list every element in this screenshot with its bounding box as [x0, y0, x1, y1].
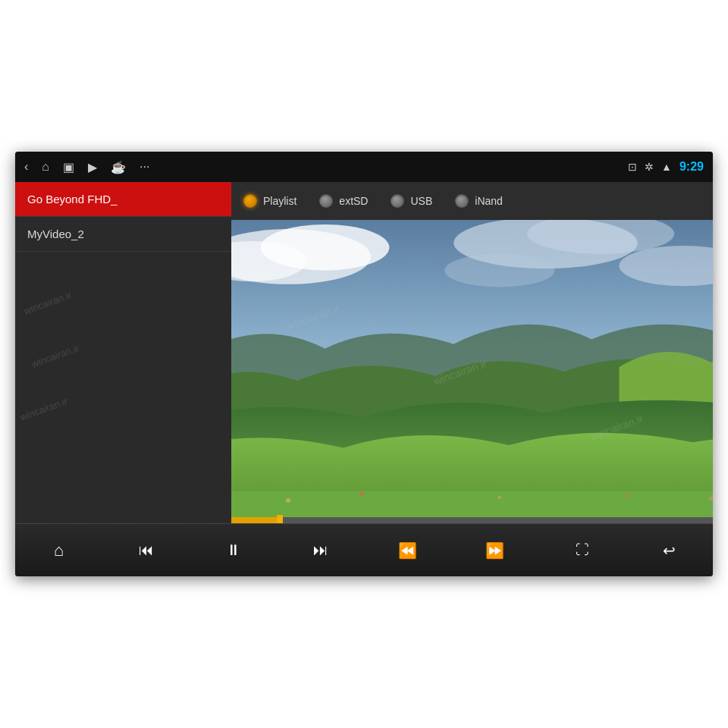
clock: 9:29 — [679, 160, 704, 174]
svg-point-7 — [444, 254, 554, 287]
label-extSD: extSD — [339, 195, 368, 207]
playlist-panel: Go Beyond FHD_ MyVideo_2 wincairan.ir wi… — [15, 182, 231, 523]
camera-nav-icon[interactable]: ▶ — [88, 160, 97, 174]
right-panel: Playlist extSD USB iNand — [231, 182, 713, 523]
video-scene: wincairan.ir wincairan.ir wincairan.ir — [231, 220, 713, 523]
rewind-icon: ⏪ — [398, 541, 417, 560]
home-nav-icon[interactable]: ⌂ — [42, 160, 49, 174]
dot-iNand — [455, 194, 469, 208]
main-content: Go Beyond FHD_ MyVideo_2 wincairan.ir wi… — [15, 182, 713, 523]
recents-nav-icon[interactable]: ▣ — [63, 160, 74, 174]
back-button[interactable]: ↩ — [639, 528, 700, 573]
playlist-item-0[interactable]: Go Beyond FHD_ — [15, 182, 231, 217]
cast-icon: ⊡ — [628, 161, 637, 173]
source-tabs: Playlist extSD USB iNand — [231, 182, 713, 220]
svg-point-12 — [497, 496, 501, 500]
wifi-icon: ▲ — [661, 161, 672, 173]
next-icon: ⏭ — [313, 541, 328, 559]
label-playlist: Playlist — [263, 195, 297, 207]
label-USB: USB — [410, 195, 432, 207]
playlist-item-1[interactable]: MyVideo_2 — [15, 217, 231, 252]
fastfwd-icon: ⏩ — [485, 541, 504, 560]
svg-point-10 — [286, 498, 290, 503]
device-frame: ‹ ⌂ ▣ ▶ ☕ ··· ⊡ ✲ ▲ 9:29 Go Beyond FHD_ — [0, 0, 728, 728]
bag-nav-icon[interactable]: ☕ — [111, 160, 126, 174]
tab-iNand[interactable]: iNand — [455, 194, 503, 208]
tab-USB[interactable]: USB — [391, 194, 432, 208]
dot-extSD — [319, 194, 333, 208]
prev-icon: ⏮ — [139, 541, 154, 559]
watermark-2: wincairan.ir — [30, 342, 80, 370]
nav-icons: ‹ ⌂ ▣ ▶ ☕ ··· — [24, 160, 149, 174]
dot-playlist — [243, 194, 257, 208]
back-icon: ↩ — [663, 541, 676, 560]
dot-USB — [391, 194, 404, 208]
status-bar: ‹ ⌂ ▣ ▶ ☕ ··· ⊡ ✲ ▲ 9:29 — [15, 152, 713, 182]
watermark-1: wincairan.ir — [22, 289, 73, 317]
back-nav-icon[interactable]: ‹ — [24, 160, 28, 174]
next-button[interactable]: ⏭ — [290, 528, 351, 573]
tab-playlist[interactable]: Playlist — [243, 194, 297, 208]
more-nav-icon: ··· — [140, 160, 149, 174]
svg-point-13 — [626, 493, 631, 498]
fastfwd-button[interactable]: ⏩ — [465, 528, 526, 573]
home-button[interactable]: ⌂ — [29, 528, 89, 573]
progress-fill — [231, 517, 280, 523]
fullscreen-button[interactable]: ⛶ — [552, 528, 613, 573]
controls-bar: ⌂ ⏮ ⏸ ⏭ ⏪ ⏩ ⛶ ↩ — [15, 523, 713, 576]
watermark-3: wincairan.ir — [18, 395, 69, 423]
bluetooth-icon: ✲ — [645, 161, 654, 173]
video-area[interactable]: wincairan.ir wincairan.ir wincairan.ir — [231, 220, 713, 523]
progress-thumb — [277, 515, 283, 523]
pause-icon: ⏸ — [226, 541, 241, 559]
tab-extSD[interactable]: extSD — [319, 194, 368, 208]
screen: ‹ ⌂ ▣ ▶ ☕ ··· ⊡ ✲ ▲ 9:29 Go Beyond FHD_ — [15, 152, 713, 576]
pause-button[interactable]: ⏸ — [203, 528, 264, 573]
status-right: ⊡ ✲ ▲ 9:29 — [628, 160, 704, 174]
label-iNand: iNand — [475, 195, 503, 207]
svg-point-11 — [359, 491, 364, 497]
rewind-button[interactable]: ⏪ — [378, 528, 438, 573]
prev-button[interactable]: ⏮ — [116, 528, 177, 573]
home-icon: ⌂ — [54, 541, 64, 560]
progress-bar[interactable] — [231, 517, 713, 523]
fullscreen-icon: ⛶ — [576, 542, 589, 558]
